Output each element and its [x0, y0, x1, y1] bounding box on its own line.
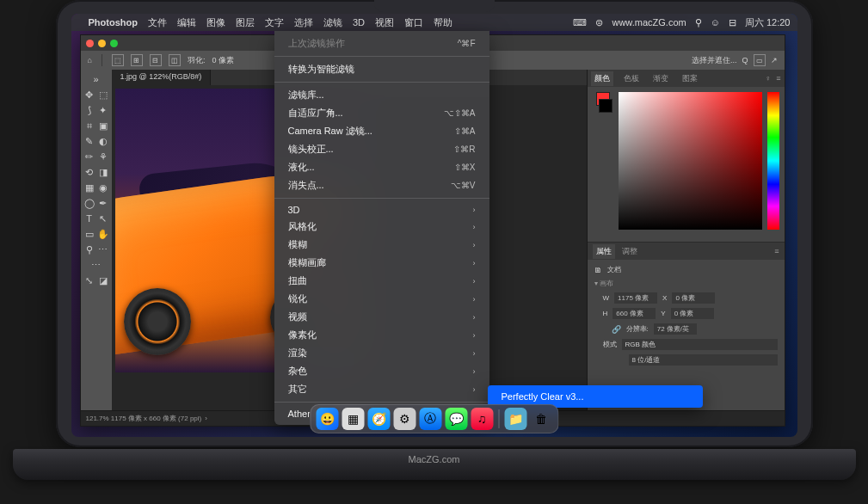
- hand-tool-icon[interactable]: ✋: [96, 226, 110, 242]
- tab-adjustments[interactable]: 调整: [622, 246, 637, 257]
- share-icon[interactable]: ↗: [771, 56, 778, 65]
- menu-blur-submenu[interactable]: 模糊›: [274, 236, 489, 254]
- blur-tool-icon[interactable]: ◉: [96, 180, 110, 195]
- clock[interactable]: 周六 12:20: [745, 16, 791, 29]
- menu-other-submenu[interactable]: 其它›: [274, 380, 489, 398]
- search-icon[interactable]: Q: [742, 56, 748, 65]
- spotlight-icon[interactable]: ⚲: [695, 17, 702, 28]
- brush-tool-icon[interactable]: ✏: [83, 149, 96, 164]
- menu-stylize-submenu[interactable]: 风格化›: [274, 218, 489, 236]
- home-icon[interactable]: ⌂: [88, 56, 92, 65]
- eyedropper-tool-icon[interactable]: ✎: [83, 133, 96, 149]
- selection-mode-icon[interactable]: ⬚: [112, 54, 124, 66]
- maximize-button[interactable]: [110, 40, 118, 47]
- color-field[interactable]: [619, 92, 762, 230]
- bulb-icon[interactable]: ♀: [765, 74, 771, 83]
- menu-3d-submenu[interactable]: 3D›: [274, 202, 489, 218]
- menu-filter[interactable]: 滤镜: [323, 16, 342, 29]
- shape-tool-icon[interactable]: ▭: [83, 226, 96, 242]
- dock-trash-icon[interactable]: 🗑: [530, 408, 552, 430]
- wand-tool-icon[interactable]: ✦: [96, 102, 110, 118]
- wifi-icon[interactable]: ⊜: [595, 17, 603, 28]
- menu-type[interactable]: 文字: [265, 16, 284, 29]
- eraser-tool-icon[interactable]: ◨: [96, 164, 110, 180]
- menu-distort-submenu[interactable]: 扭曲›: [274, 272, 489, 290]
- x-value[interactable]: 0 像素: [672, 292, 715, 304]
- edit-toolbar-icon[interactable]: ⋯: [81, 257, 112, 273]
- tab-patterns[interactable]: 图案: [679, 71, 701, 86]
- panel-menu-icon[interactable]: ≡: [774, 247, 779, 255]
- frame-tool-icon[interactable]: ▣: [96, 118, 110, 133]
- menu-filter-gallery[interactable]: 滤镜库...: [274, 86, 489, 104]
- menu-video-submenu[interactable]: 视频›: [274, 308, 489, 326]
- background-swatch[interactable]: [599, 99, 613, 113]
- tab-gradients[interactable]: 渐变: [649, 71, 672, 86]
- document-tab[interactable]: 1.jpg @ 122%(RGB/8#): [112, 70, 212, 85]
- menu-lens-correction[interactable]: 镜头校正...⇧⌘R: [274, 140, 489, 158]
- panel-menu-icon[interactable]: ≡: [776, 74, 780, 83]
- pen-tool-icon[interactable]: ✒: [96, 195, 110, 211]
- more-tools-icon[interactable]: ⋯: [96, 242, 110, 257]
- hue-slider[interactable]: [767, 92, 779, 230]
- workspace-icon[interactable]: ▭: [754, 54, 766, 66]
- dodge-tool-icon[interactable]: ◯: [83, 195, 96, 211]
- dock-appstore-icon[interactable]: Ⓐ: [419, 408, 441, 430]
- menu-layer[interactable]: 图层: [236, 16, 255, 29]
- control-center-icon[interactable]: ⊟: [729, 17, 736, 28]
- menu-blur-gallery-submenu[interactable]: 模糊画廊›: [274, 254, 489, 272]
- tab-properties[interactable]: 属性: [593, 244, 615, 259]
- menu-view[interactable]: 视图: [375, 16, 394, 29]
- menu-image[interactable]: 图像: [206, 16, 225, 29]
- status-arrow-icon[interactable]: ›: [205, 415, 207, 422]
- selection-add-icon[interactable]: ⊞: [131, 54, 143, 66]
- tab-color[interactable]: 颜色: [591, 71, 613, 86]
- menu-convert-smart-filter[interactable]: 转换为智能滤镜: [274, 60, 489, 78]
- dock-music-icon[interactable]: ♫: [471, 408, 493, 430]
- crop-tool-icon[interactable]: ⌗: [83, 118, 96, 133]
- app-name[interactable]: Photoshop: [89, 17, 138, 28]
- type-tool-icon[interactable]: T: [83, 211, 96, 226]
- menu-3d[interactable]: 3D: [353, 17, 365, 28]
- y-value[interactable]: 0 像素: [671, 308, 714, 319]
- dock-finder-icon[interactable]: 😀: [316, 408, 338, 430]
- menu-file[interactable]: 文件: [148, 16, 167, 29]
- tools-collapse-icon[interactable]: »: [81, 71, 112, 87]
- menu-sharpen-submenu[interactable]: 锐化›: [274, 290, 489, 308]
- fgbg-swap-icon[interactable]: ⤡: [83, 273, 96, 288]
- menu-window[interactable]: 窗口: [404, 16, 423, 29]
- menu-liquify[interactable]: 液化...⇧⌘X: [274, 158, 489, 176]
- move-tool-icon[interactable]: ✥: [83, 87, 96, 102]
- selection-subtract-icon[interactable]: ⊟: [150, 54, 162, 66]
- menu-perfectly-clear[interactable]: Perfectly Clear v3...: [488, 389, 703, 404]
- minimize-button[interactable]: [98, 40, 106, 47]
- heal-tool-icon[interactable]: ◐: [96, 133, 110, 149]
- close-button[interactable]: [86, 40, 94, 47]
- dock-downloads-icon[interactable]: 📁: [504, 408, 526, 430]
- menu-edit[interactable]: 编辑: [177, 16, 196, 29]
- color-mode-select[interactable]: RGB 颜色: [622, 339, 778, 350]
- select-and-mask-button[interactable]: 选择并遮住...: [692, 55, 737, 66]
- menu-render-submenu[interactable]: 渲染›: [274, 344, 489, 362]
- macos-menubar[interactable]: Photoshop 文件 编辑 图像 图层 文字 选择 滤镜 3D 视图 窗口 …: [71, 14, 797, 31]
- bit-depth-select[interactable]: 8 位/通道: [629, 354, 778, 366]
- menu-adaptive-wide-angle[interactable]: 自适应广角...⌥⇧⌘A: [274, 104, 489, 122]
- menu-select[interactable]: 选择: [294, 16, 313, 29]
- width-value[interactable]: 1175 像素: [614, 292, 657, 304]
- menu-pixelate-submenu[interactable]: 像素化›: [274, 326, 489, 344]
- history-brush-tool-icon[interactable]: ⟲: [83, 164, 96, 180]
- resolution-value[interactable]: 72 像素/英: [654, 323, 697, 335]
- selection-intersect-icon[interactable]: ◫: [169, 54, 181, 66]
- dock-launchpad-icon[interactable]: ▦: [342, 408, 364, 430]
- marquee-tool-icon[interactable]: ⬚: [96, 87, 110, 102]
- tab-swatches[interactable]: 色板: [620, 71, 643, 86]
- keyboard-icon[interactable]: ⌨: [573, 17, 587, 28]
- dock-messages-icon[interactable]: 💬: [445, 408, 467, 430]
- dock-safari-icon[interactable]: 🧭: [367, 408, 390, 430]
- dock-settings-icon[interactable]: ⚙: [393, 408, 416, 430]
- menu-camera-raw-filter[interactable]: Camera Raw 滤镜...⇧⌘A: [274, 122, 489, 140]
- stamp-tool-icon[interactable]: ⚘: [96, 149, 110, 164]
- gradient-tool-icon[interactable]: ▦: [83, 180, 96, 195]
- link-icon[interactable]: 🔗: [612, 325, 621, 334]
- height-value[interactable]: 660 像素: [613, 308, 656, 319]
- menu-help[interactable]: 帮助: [434, 16, 452, 29]
